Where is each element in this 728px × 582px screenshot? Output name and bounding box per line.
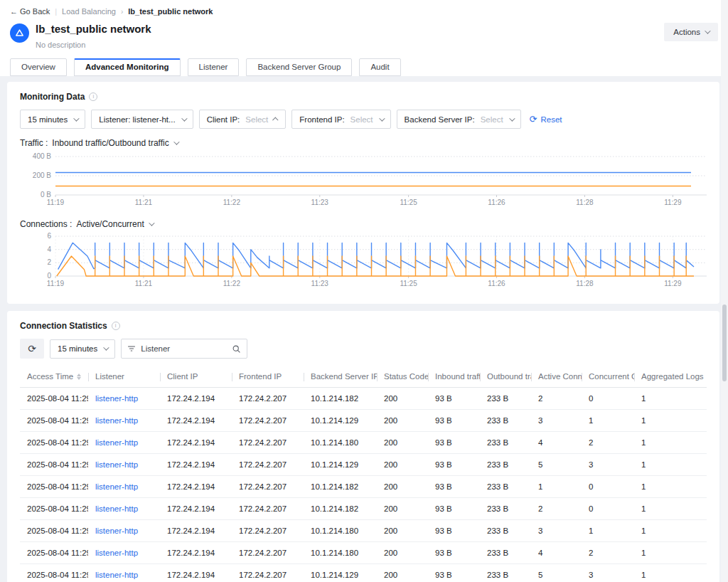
svg-text:11:19: 11:19	[47, 199, 65, 206]
filter-frontend-ip[interactable]: Frontend IP:Select	[291, 110, 390, 129]
cell: 10.1.214.129	[304, 564, 377, 582]
svg-text:11:21: 11:21	[135, 199, 153, 206]
chevron-down-icon	[103, 344, 109, 350]
traffic-chart-label: Traffic : Inbound traffic/Outbound traff…	[20, 138, 707, 148]
chart-svg: 024611:1911:2111:2211:2311:2511:2611:281…	[20, 232, 707, 290]
cell: 200	[377, 520, 428, 542]
connection-statistics-card: Connection Statistics i ⟳ 15 minutes Lis…	[7, 311, 719, 582]
table-row: 2025-08-04 11:29:53listener-http172.24.2…	[20, 432, 707, 454]
cell: 93 B	[428, 542, 480, 564]
chevron-down-icon	[509, 115, 515, 121]
column-header-concurrent-c-: Concurrent C...	[582, 366, 634, 388]
filter-client-ip[interactable]: Client IP:Select	[199, 110, 287, 129]
tab-backend-server-group[interactable]: Backend Server Group	[246, 58, 352, 76]
page-scrollbar-thumb[interactable]	[722, 305, 727, 381]
tab-audit[interactable]: Audit	[359, 58, 400, 76]
info-icon[interactable]: i	[112, 322, 120, 330]
column-header-access-time[interactable]: Access Time	[20, 366, 88, 388]
breadcrumb-section[interactable]: Load Balancing	[62, 7, 116, 16]
column-label: Active Conne...	[538, 372, 582, 381]
cell: 233 B	[480, 410, 531, 432]
chevron-down-icon	[379, 115, 385, 121]
svg-text:11:23: 11:23	[311, 280, 329, 287]
actions-button[interactable]: Actions	[664, 23, 718, 41]
cell: 233 B	[480, 476, 531, 498]
table-row: 2025-08-04 11:29:53listener-http172.24.2…	[20, 410, 707, 432]
breadcrumb: ← Go Back | Load Balancing › lb_test_pub…	[10, 6, 718, 23]
cell: 93 B	[428, 564, 480, 582]
connections-chart-label: Connections : Active/Concurrent	[20, 219, 707, 229]
table-header-row: Access TimeListenerClient IPFrontend IPB…	[20, 366, 707, 388]
cell: 172.24.2.207	[232, 476, 304, 498]
chevron-down-icon[interactable]	[173, 139, 179, 144]
cell: 0	[582, 388, 634, 410]
column-header-backend-server-ip: Backend Server IP	[304, 366, 377, 388]
cell: 172.24.2.194	[160, 476, 232, 498]
filter-value: Select	[481, 115, 503, 124]
listener-link[interactable]: listener-http	[88, 432, 160, 454]
connection-statistics-table: Access TimeListenerClient IPFrontend IPB…	[20, 366, 707, 582]
cell: 3	[531, 520, 582, 542]
connection-statistics-title: Connection Statistics i	[20, 321, 707, 331]
listener-link[interactable]: listener-http	[88, 476, 160, 498]
cell: 233 B	[480, 542, 531, 564]
sort-icon[interactable]	[77, 374, 81, 380]
reset-button[interactable]: ⟳Reset	[530, 115, 562, 124]
title-row: lb_test_public network No description Ac…	[10, 23, 718, 49]
cell: 233 B	[480, 432, 531, 454]
column-label: Access Time	[27, 372, 73, 381]
page-scrollbar-track[interactable]	[721, 0, 728, 582]
cell: 172.24.2.207	[232, 410, 304, 432]
chevron-down-icon	[705, 28, 710, 33]
info-icon[interactable]: i	[89, 92, 97, 101]
filter-label: Listener: listener-ht...	[99, 115, 175, 124]
svg-text:2: 2	[47, 258, 51, 266]
listener-link[interactable]: listener-http	[88, 454, 160, 476]
column-header-status-code: Status Code	[377, 366, 428, 388]
stats-time-range-select[interactable]: 15 minutes	[50, 339, 115, 359]
listener-link[interactable]: listener-http	[88, 410, 160, 432]
filter-backend-server-ip[interactable]: Backend Server IP:Select	[397, 110, 521, 129]
go-back-link[interactable]: ← Go Back	[10, 7, 50, 16]
breadcrumb-chevron: ›	[121, 8, 123, 16]
listener-filter-input[interactable]: Listener	[121, 339, 247, 359]
listener-link[interactable]: listener-http	[88, 564, 160, 582]
column-label: Client IP	[167, 372, 198, 381]
filter-listener[interactable]: Listener: listener-ht...	[91, 110, 193, 129]
cell: 3	[582, 454, 634, 476]
cell: 233 B	[480, 520, 531, 542]
cell: 200	[377, 410, 428, 432]
listener-link[interactable]: listener-http	[88, 388, 160, 410]
cell: 1	[634, 520, 707, 542]
connections-metric-select[interactable]: Active/Concurrent	[76, 219, 144, 229]
table-controls: ⟳ 15 minutes Listener	[20, 339, 707, 359]
tab-advanced-monitoring[interactable]: Advanced Monitoring	[74, 58, 181, 76]
cell: 172.24.2.194	[160, 454, 232, 476]
chevron-down-icon[interactable]	[149, 220, 154, 226]
refresh-button[interactable]: ⟳	[20, 339, 44, 359]
breadcrumb-current: lb_test_public network	[128, 7, 213, 16]
cell: 4	[531, 432, 582, 454]
svg-text:11:23: 11:23	[311, 199, 329, 206]
main-content: Monitoring Data i 15 minutesListener: li…	[0, 76, 728, 582]
listener-link[interactable]: listener-http	[88, 542, 160, 564]
svg-text:0 B: 0 B	[41, 191, 51, 199]
filter-time-range[interactable]: 15 minutes	[20, 110, 85, 129]
search-icon[interactable]	[232, 344, 241, 354]
cell: 172.24.2.207	[232, 498, 304, 520]
cell: 1	[634, 454, 707, 476]
cell: 172.24.2.207	[232, 432, 304, 454]
tab-listener[interactable]: Listener	[188, 58, 240, 76]
listener-link[interactable]: listener-http	[88, 520, 160, 542]
column-header-outbound-traf-: Outbound traf...	[480, 366, 531, 388]
traffic-metric-select[interactable]: Inbound traffic/Outbound traffic	[52, 138, 168, 148]
listener-link[interactable]: listener-http	[88, 498, 160, 520]
tab-overview[interactable]: Overview	[10, 58, 67, 76]
cell: 93 B	[428, 454, 480, 476]
cell: 172.24.2.207	[232, 564, 304, 582]
cell: 233 B	[480, 454, 531, 476]
cell: 10.1.214.180	[304, 432, 377, 454]
cell: 200	[377, 476, 428, 498]
svg-text:11:22: 11:22	[223, 199, 241, 206]
cell: 200	[377, 388, 428, 410]
